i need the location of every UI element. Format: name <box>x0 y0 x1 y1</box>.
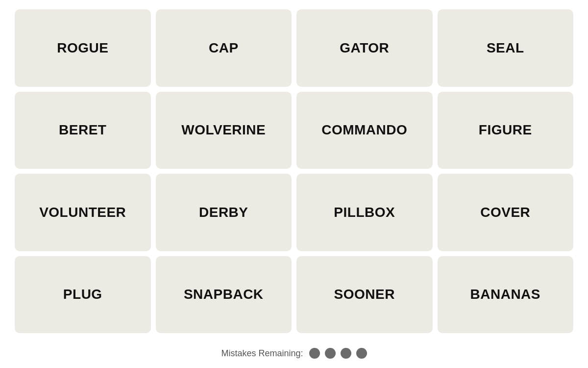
grid-cell-gator[interactable]: GATOR <box>296 9 433 87</box>
word-grid: ROGUECAPGATORSEALBERETWOLVERINECOMMANDOF… <box>15 9 573 333</box>
grid-cell-pillbox[interactable]: PILLBOX <box>296 174 433 251</box>
grid-cell-bananas[interactable]: BANANAS <box>438 256 574 334</box>
grid-cell-label-rogue: ROGUE <box>57 40 108 56</box>
grid-cell-label-plug: PLUG <box>63 287 102 302</box>
grid-cell-label-snapback: SNAPBACK <box>184 287 264 302</box>
grid-cell-label-bananas: BANANAS <box>470 287 541 302</box>
grid-cell-label-seal: SEAL <box>487 40 524 56</box>
grid-cell-rogue[interactable]: ROGUE <box>15 9 151 87</box>
grid-cell-label-figure: FIGURE <box>479 122 532 138</box>
mistake-dot-3 <box>341 348 351 359</box>
grid-cell-label-pillbox: PILLBOX <box>334 205 395 220</box>
grid-cell-figure[interactable]: FIGURE <box>438 92 574 169</box>
mistake-dot-2 <box>325 348 336 359</box>
grid-cell-label-gator: GATOR <box>340 40 389 56</box>
grid-cell-wolverine[interactable]: WOLVERINE <box>156 92 292 169</box>
grid-cell-label-sooner: SOONER <box>334 287 395 302</box>
grid-cell-sooner[interactable]: SOONER <box>296 256 433 334</box>
grid-cell-seal[interactable]: SEAL <box>438 9 574 87</box>
grid-cell-label-wolverine: WOLVERINE <box>181 122 266 138</box>
grid-cell-label-cover: COVER <box>480 205 530 220</box>
mistake-dot-1 <box>309 348 320 359</box>
grid-cell-derby[interactable]: DERBY <box>156 174 292 251</box>
mistakes-row: Mistakes Remaining: <box>221 348 367 359</box>
grid-cell-volunteer[interactable]: VOLUNTEER <box>15 174 151 251</box>
grid-cell-plug[interactable]: PLUG <box>15 256 151 334</box>
grid-cell-snapback[interactable]: SNAPBACK <box>156 256 292 334</box>
grid-cell-label-derby: DERBY <box>199 205 248 220</box>
grid-cell-label-commando: COMMANDO <box>321 122 407 138</box>
grid-cell-beret[interactable]: BERET <box>15 92 151 169</box>
grid-cell-label-cap: CAP <box>209 40 239 56</box>
mistakes-dots <box>309 348 367 359</box>
mistake-dot-4 <box>356 348 367 359</box>
grid-cell-cap[interactable]: CAP <box>156 9 292 87</box>
grid-cell-commando[interactable]: COMMANDO <box>296 92 433 169</box>
grid-cell-label-beret: BERET <box>59 122 106 138</box>
grid-cell-label-volunteer: VOLUNTEER <box>39 205 126 220</box>
grid-cell-cover[interactable]: COVER <box>438 174 574 251</box>
mistakes-label: Mistakes Remaining: <box>221 348 303 359</box>
